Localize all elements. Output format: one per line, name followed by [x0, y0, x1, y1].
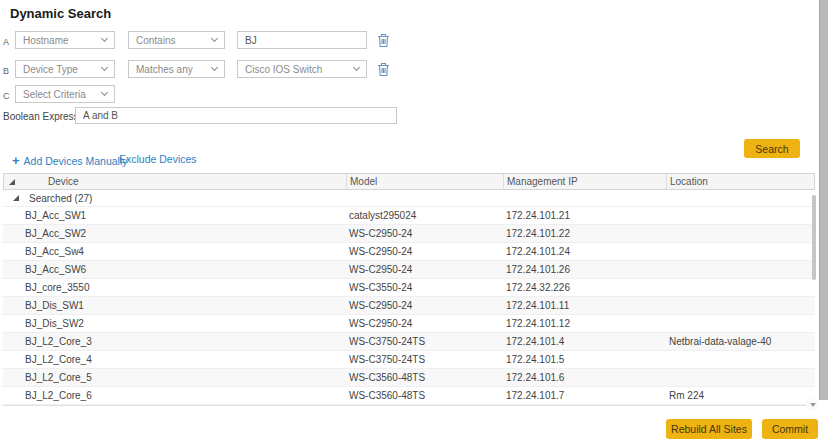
column-header-model[interactable]: Model	[346, 174, 503, 189]
table-scrollbar-down-button[interactable]	[806, 399, 819, 410]
model-cell: WS-C3560-48TS	[345, 372, 502, 383]
device-cell: BJ_L2_Core_3	[3, 336, 345, 347]
location-cell: Netbrai-data-valage-40	[665, 336, 815, 347]
model-cell: WS-C2950-24	[345, 264, 502, 275]
criteria-b-value: Cisco IOS Switch	[245, 64, 322, 75]
chevron-down-icon	[101, 35, 108, 42]
device-cell: BJ_L2_Core_4	[3, 354, 345, 365]
device-cell: BJ_Dis_SW2	[3, 318, 345, 329]
column-header-location[interactable]: Location	[666, 174, 814, 189]
model-cell: WS-C3750-24TS	[345, 354, 502, 365]
management-ip-cell: 172.24.32.226	[502, 282, 665, 293]
delete-criteria-b-trash-icon[interactable]	[377, 62, 390, 77]
device-cell: BJ_L2_Core_6	[3, 390, 345, 401]
management-ip-cell: 172.24.101.22	[502, 228, 665, 239]
model-cell: catalyst295024	[345, 210, 502, 221]
chevron-down-icon	[101, 64, 108, 71]
location-cell: Rm 224	[665, 390, 815, 401]
model-cell: WS-C2950-24	[345, 246, 502, 257]
scroll-down-arrow-icon	[810, 403, 816, 407]
criteria-b-label: B	[3, 66, 9, 76]
criteria-b-operator-dropdown[interactable]: Matches any	[128, 60, 225, 78]
table-row[interactable]: BJ_Acc_Sw4 WS-C2950-24 172.24.101.24	[3, 243, 815, 261]
management-ip-cell: 172.24.101.12	[502, 318, 665, 329]
device-cell: BJ_Acc_SW1	[3, 210, 345, 221]
column-header-management-ip[interactable]: Management IP	[503, 174, 666, 189]
device-cell: BJ_core_3550	[3, 282, 345, 293]
management-ip-cell: 172.24.101.24	[502, 246, 665, 257]
plus-icon: +	[12, 153, 20, 168]
model-cell: WS-C2950-24	[345, 300, 502, 311]
model-cell: WS-C2950-24	[345, 228, 502, 239]
table-scrollbar-thumb[interactable]	[812, 195, 816, 280]
table-row[interactable]: BJ_Acc_SW2 WS-C2950-24 172.24.101.22	[3, 225, 815, 243]
delete-criteria-a-trash-icon[interactable]	[377, 33, 390, 48]
device-cell: BJ_Acc_Sw4	[3, 246, 345, 257]
management-ip-cell: 172.24.101.6	[502, 372, 665, 383]
management-ip-cell: 172.24.101.5	[502, 354, 665, 365]
window-scrollbar[interactable]	[819, 0, 828, 400]
column-header-device[interactable]: Device	[28, 174, 346, 189]
table-header-row: Device Model Management IP Location	[3, 173, 815, 190]
management-ip-cell: 172.24.101.4	[502, 336, 665, 347]
boolean-expression-inputbox	[75, 107, 397, 124]
group-label: Searched (27)	[29, 193, 92, 204]
commit-button[interactable]: Commit	[762, 419, 818, 439]
chevron-down-icon	[211, 64, 218, 71]
management-ip-cell: 172.24.101.26	[502, 264, 665, 275]
management-ip-cell: 172.24.101.7	[502, 390, 665, 401]
chevron-down-icon	[353, 64, 360, 71]
device-cell: BJ_Dis_SW1	[3, 300, 345, 311]
device-cell: BJ_L2_Core_5	[3, 372, 345, 383]
criteria-a-label: A	[3, 37, 9, 47]
device-cell: BJ_Acc_SW2	[3, 228, 345, 239]
group-row-searched[interactable]: Searched (27)	[3, 190, 815, 207]
criteria-a-operator-dropdown[interactable]: Contains	[128, 31, 225, 49]
add-devices-manually-link[interactable]: + Add Devices Manually	[12, 153, 127, 168]
management-ip-cell: 172.24.101.11	[502, 300, 665, 311]
criteria-c-field-value: Select Criteria	[23, 89, 86, 100]
table-row[interactable]: BJ_core_3550 WS-C3550-24 172.24.32.226	[3, 279, 815, 297]
criteria-c-label: C	[3, 91, 10, 101]
criteria-a-value-inputbox	[237, 31, 367, 49]
collapse-all-cell[interactable]	[4, 174, 28, 189]
table-row[interactable]: BJ_L2_Core_3 WS-C3750-24TS 172.24.101.4 …	[3, 333, 815, 351]
exclude-devices-link[interactable]: Exclude Devices	[119, 153, 197, 165]
criteria-b-field-dropdown[interactable]: Device Type	[15, 60, 115, 78]
expand-triangle-icon[interactable]	[9, 179, 15, 185]
expand-triangle-icon[interactable]	[13, 195, 19, 201]
table-row[interactable]: BJ_L2_Core_6 WS-C3560-48TS 172.24.101.7 …	[3, 387, 815, 405]
criteria-b-value-dropdown[interactable]: Cisco IOS Switch	[237, 60, 367, 78]
management-ip-cell: 172.24.101.21	[502, 210, 665, 221]
add-devices-manually-label: Add Devices Manually	[24, 155, 128, 167]
criteria-a-field-dropdown[interactable]: Hostname	[15, 31, 115, 49]
table-body: BJ_Acc_SW1 catalyst295024 172.24.101.21 …	[3, 207, 815, 406]
table-row[interactable]: BJ_L2_Core_4 WS-C3750-24TS 172.24.101.5	[3, 351, 815, 369]
criteria-b-operator-value: Matches any	[136, 64, 193, 75]
criteria-a-field-value: Hostname	[23, 35, 69, 46]
table-row[interactable]: BJ_Dis_SW1 WS-C2950-24 172.24.101.11	[3, 297, 815, 315]
device-table: Device Model Management IP Location Sear…	[3, 173, 815, 406]
criteria-c-field-dropdown[interactable]: Select Criteria	[15, 85, 115, 103]
chevron-down-icon	[211, 35, 218, 42]
search-button[interactable]: Search	[744, 139, 800, 158]
criteria-b-field-value: Device Type	[23, 64, 78, 75]
table-row[interactable]: BJ_Acc_SW1 catalyst295024 172.24.101.21	[3, 207, 815, 225]
device-cell: BJ_Acc_SW6	[3, 264, 345, 275]
model-cell: WS-C3550-24	[345, 282, 502, 293]
table-row[interactable]: BJ_L2_Core_5 WS-C3560-48TS 172.24.101.6	[3, 369, 815, 387]
model-cell: WS-C2950-24	[345, 318, 502, 329]
boolean-expression-input[interactable]	[83, 110, 389, 121]
rebuild-all-sites-button[interactable]: Rebuild All Sites	[666, 419, 752, 439]
model-cell: WS-C3560-48TS	[345, 390, 502, 401]
exclude-devices-label: Exclude Devices	[119, 153, 197, 165]
table-row[interactable]: BJ_Acc_SW6 WS-C2950-24 172.24.101.26	[3, 261, 815, 279]
chevron-down-icon	[101, 89, 108, 96]
criteria-a-operator-value: Contains	[136, 35, 175, 46]
page-title: Dynamic Search	[10, 6, 111, 21]
model-cell: WS-C3750-24TS	[345, 336, 502, 347]
table-row[interactable]: BJ_Dis_SW2 WS-C2950-24 172.24.101.12	[3, 315, 815, 333]
criteria-a-value-input[interactable]	[245, 35, 359, 46]
